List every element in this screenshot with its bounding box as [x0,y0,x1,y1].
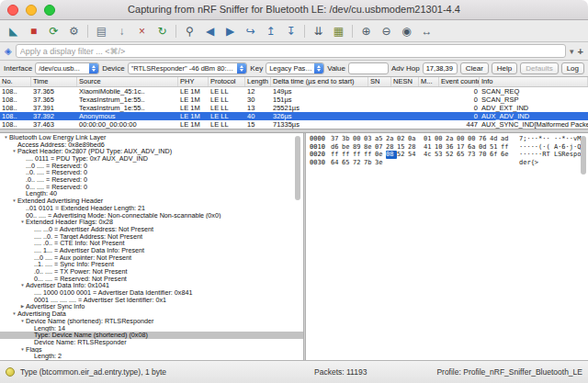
hex-byte[interactable]: 6a [468,143,479,152]
tree-row[interactable]: .0.. .... = TX Power: Not Present [0,268,303,276]
tree-row[interactable]: ▼Extended Advertising Header [0,197,303,205]
hex-byte[interactable]: ff [342,151,353,159]
tree-row[interactable]: .... ...0 = Advertiser Address: Not Pres… [0,226,303,233]
column-header[interactable]: No. [0,77,31,86]
hex-byte[interactable]: a5 [375,135,386,143]
tree-row[interactable]: Device Name: RTLSResponder [0,339,303,346]
hex-byte[interactable]: 0e [375,151,386,159]
hex-scrollbar-thumb[interactable] [581,136,586,175]
hex-byte[interactable]: 28 [386,143,397,152]
profile-status-text[interactable]: Profile: Profile_nRF_Sniffer_Bluetooth_L… [436,367,582,377]
hex-byte[interactable]: 72 [353,159,364,167]
tree-row[interactable]: Length: 14 [0,325,303,332]
expanded-arrow-icon[interactable]: ▼ [19,282,26,289]
hex-byte[interactable]: 89 [353,143,364,152]
column-header[interactable]: Event counter [439,77,480,86]
tree-row[interactable]: ..0. .... = Reserved: 0 [0,169,303,176]
expanded-arrow-icon[interactable]: ▼ [11,148,17,155]
hex-byte[interactable]: 4c [424,151,435,159]
hex-byte[interactable]: 17 [457,143,468,152]
hex-byte[interactable]: 3b [342,135,353,143]
hex-byte[interactable]: ff [501,143,512,152]
start-capture-icon[interactable]: ◣ [4,22,23,39]
tree-row[interactable]: 0... .... = Reserved: 0 [0,184,303,191]
tree-row[interactable]: Length: 2 [0,353,303,360]
tree-row[interactable]: Access Address: 0x8e89bed6 [0,141,303,149]
expanded-arrow-icon[interactable]: ▼ [11,310,17,318]
tree-row[interactable]: 00.. .... = Advertising Mode: Non-connec… [0,212,303,220]
hex-byte[interactable]: 52 [446,151,457,159]
hex-byte[interactable]: 01 [424,135,435,143]
tree-row[interactable]: ▼Extended Header Flags: 0x28 [0,219,303,226]
hex-byte[interactable]: 03 [364,135,375,143]
tree-row[interactable]: .... 1... = Advertiser Data Info: Presen… [0,247,303,254]
help-button[interactable]: Help [492,62,517,74]
hex-byte[interactable]: 02 [397,135,408,143]
zoom-window-button[interactable] [44,5,55,16]
hex-byte[interactable]: ad [501,135,512,143]
open-file-icon[interactable]: ▤ [92,22,111,39]
hex-byte[interactable]: 2a [386,135,397,143]
tree-row[interactable]: ▶Advertiser Sync Info [0,304,303,311]
interface-select[interactable]: /dev/cu.usb... [35,62,99,74]
hex-byte[interactable]: 7b [364,159,375,167]
hex-byte[interactable]: d6 [331,143,342,152]
hex-byte[interactable]: ff [364,151,375,159]
hex-byte[interactable]: 0d [479,143,490,152]
hex-byte[interactable]: 00 [457,135,468,143]
hex-byte[interactable]: 07 [375,143,386,152]
find-packet-icon[interactable]: ⚲ [180,22,199,39]
hex-byte[interactable]: 54 [408,151,419,159]
hex-byte[interactable]: be [342,143,353,152]
expanded-arrow-icon[interactable]: ▼ [19,219,26,226]
close-window-button[interactable] [7,5,18,16]
device-select[interactable]: "RTLSResponder" -46 dBm 80:6f:b0:1e:55:1… [128,62,248,74]
hex-byte[interactable]: 00 [353,135,364,143]
key-value-input[interactable] [348,62,389,74]
hex-byte[interactable]: 4d [490,135,501,143]
hex-byte[interactable]: 2a [446,135,457,143]
hex-byte[interactable]: 10 [435,143,446,152]
hex-byte[interactable]: 15 [397,143,408,152]
expanded-arrow-icon[interactable]: ▼ [19,318,26,325]
tree-row[interactable]: ..01 0101 = Extended Header Length: 21 [0,205,303,212]
hex-byte[interactable]: 52 [397,151,408,159]
tree-row[interactable]: ▼Bluetooth Low Energy Link Layer [0,134,303,141]
tree-row[interactable]: ▼Flags [0,346,303,354]
hex-byte[interactable]: ff [331,151,342,159]
tree-row[interactable]: ▼Packet Header: 0x2807 (PDU Type: AUX_AD… [0,148,303,155]
column-header[interactable]: Length [245,77,271,86]
packet-row[interactable]: 108..37.392AnonymousLE 1MLE LL40326µs0AU… [0,112,588,120]
hex-byte[interactable]: ff [353,151,364,159]
tree-row[interactable]: ▼Device Name (shortened): RTLSResponder [0,318,303,325]
filter-add-icon[interactable]: + [578,46,583,57]
hex-byte[interactable]: 76 [479,135,490,143]
previous-packet-icon[interactable]: ◀ [200,22,220,39]
hex-byte[interactable]: 37 [331,135,342,143]
reload-icon[interactable]: ↻ [153,22,172,39]
column-header[interactable]: PHY [178,77,209,86]
hex-byte[interactable]: 6e [501,151,512,159]
tree-row[interactable]: ..1. .... = Sync Info: Present [0,261,303,268]
save-file-icon[interactable]: ↓ [112,22,131,39]
hex-byte[interactable]: 28 [408,143,419,152]
tree-row[interactable]: ...0 .... = Reserved: 0 [0,163,303,170]
hex-byte[interactable]: 8e [364,143,375,152]
minimize-window-button[interactable] [26,5,37,16]
column-header[interactable]: M... [419,77,439,86]
capture-options-icon[interactable]: ⚙ [64,22,84,39]
collapsed-arrow-icon[interactable]: ▶ [19,304,26,311]
tree-row[interactable]: .0.. .... = Reserved: 0 [0,176,303,184]
hex-byte[interactable]: 70 [479,151,490,159]
column-header[interactable]: SN [368,77,391,86]
tree-row[interactable]: Length: 40 [0,191,303,198]
next-packet-icon[interactable]: ▶ [220,22,240,39]
hex-byte[interactable]: 0a [408,135,419,143]
packet-row[interactable]: 108..37.365XiaomiMobile_45:1c..LE 1MLE L… [0,87,588,96]
hex-byte[interactable]: 64 [331,159,342,167]
tree-row[interactable]: ▼Advertiser Data Info: 0x1041 [0,282,303,289]
close-file-icon[interactable]: × [132,22,152,39]
detail-scrollbar-thumb[interactable] [295,136,300,200]
column-header[interactable]: Info [480,77,588,86]
hex-byte[interactable]: 00 [435,135,446,143]
